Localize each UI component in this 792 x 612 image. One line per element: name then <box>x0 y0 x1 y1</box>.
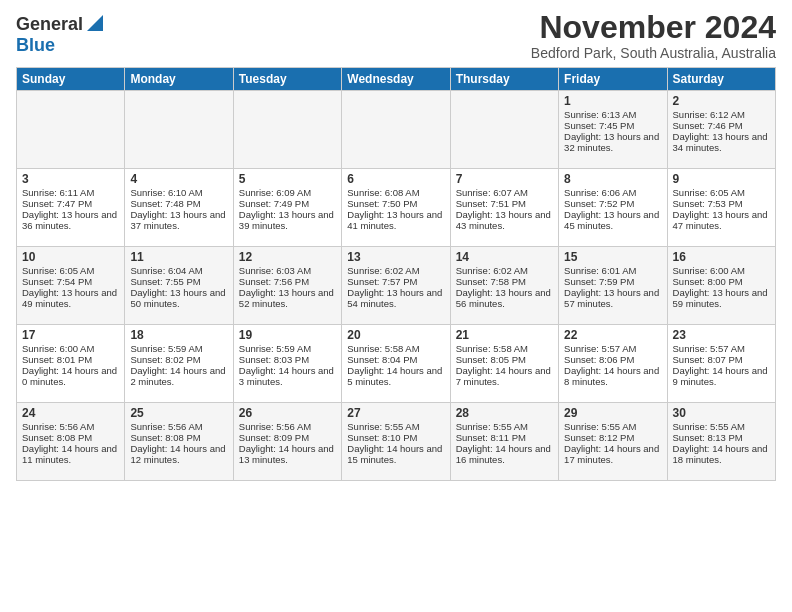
calendar-cell: 6Sunrise: 6:08 AMSunset: 7:50 PMDaylight… <box>342 169 450 247</box>
day-info: Daylight: 13 hours and 39 minutes. <box>239 209 336 231</box>
calendar-header-wednesday: Wednesday <box>342 68 450 91</box>
day-info: Sunrise: 5:58 AM <box>347 343 444 354</box>
day-number: 19 <box>239 328 336 342</box>
day-number: 4 <box>130 172 227 186</box>
calendar-header-row: SundayMondayTuesdayWednesdayThursdayFrid… <box>17 68 776 91</box>
day-number: 25 <box>130 406 227 420</box>
day-info: Sunrise: 6:13 AM <box>564 109 661 120</box>
day-number: 9 <box>673 172 770 186</box>
day-info: Sunset: 7:56 PM <box>239 276 336 287</box>
calendar-cell: 8Sunrise: 6:06 AMSunset: 7:52 PMDaylight… <box>559 169 667 247</box>
day-number: 11 <box>130 250 227 264</box>
day-number: 30 <box>673 406 770 420</box>
calendar-header-monday: Monday <box>125 68 233 91</box>
calendar-cell: 20Sunrise: 5:58 AMSunset: 8:04 PMDayligh… <box>342 325 450 403</box>
calendar-cell: 25Sunrise: 5:56 AMSunset: 8:08 PMDayligh… <box>125 403 233 481</box>
day-info: Sunset: 7:47 PM <box>22 198 119 209</box>
calendar-cell: 22Sunrise: 5:57 AMSunset: 8:06 PMDayligh… <box>559 325 667 403</box>
page-title: November 2024 <box>531 10 776 45</box>
calendar-header-saturday: Saturday <box>667 68 775 91</box>
calendar-week-5: 24Sunrise: 5:56 AMSunset: 8:08 PMDayligh… <box>17 403 776 481</box>
day-info: Sunset: 8:03 PM <box>239 354 336 365</box>
calendar-cell: 7Sunrise: 6:07 AMSunset: 7:51 PMDaylight… <box>450 169 558 247</box>
day-number: 10 <box>22 250 119 264</box>
day-info: Sunset: 7:46 PM <box>673 120 770 131</box>
calendar-week-1: 1Sunrise: 6:13 AMSunset: 7:45 PMDaylight… <box>17 91 776 169</box>
day-info: Daylight: 13 hours and 43 minutes. <box>456 209 553 231</box>
day-info: Daylight: 14 hours and 2 minutes. <box>130 365 227 387</box>
logo-blue: Blue <box>16 35 55 56</box>
day-info: Daylight: 14 hours and 8 minutes. <box>564 365 661 387</box>
day-info: Sunset: 7:51 PM <box>456 198 553 209</box>
day-info: Sunrise: 6:09 AM <box>239 187 336 198</box>
day-number: 20 <box>347 328 444 342</box>
day-number: 12 <box>239 250 336 264</box>
day-info: Daylight: 14 hours and 13 minutes. <box>239 443 336 465</box>
day-info: Sunrise: 5:58 AM <box>456 343 553 354</box>
logo-triangle-icon <box>85 13 105 33</box>
day-info: Sunset: 7:55 PM <box>130 276 227 287</box>
day-info: Sunset: 8:06 PM <box>564 354 661 365</box>
day-info: Sunrise: 5:57 AM <box>673 343 770 354</box>
day-info: Sunrise: 6:07 AM <box>456 187 553 198</box>
day-info: Sunrise: 6:11 AM <box>22 187 119 198</box>
day-number: 14 <box>456 250 553 264</box>
day-info: Sunrise: 6:02 AM <box>347 265 444 276</box>
day-info: Daylight: 14 hours and 16 minutes. <box>456 443 553 465</box>
day-number: 21 <box>456 328 553 342</box>
day-number: 27 <box>347 406 444 420</box>
day-info: Daylight: 13 hours and 34 minutes. <box>673 131 770 153</box>
day-info: Sunset: 7:59 PM <box>564 276 661 287</box>
day-info: Sunset: 7:58 PM <box>456 276 553 287</box>
day-info: Daylight: 14 hours and 7 minutes. <box>456 365 553 387</box>
day-number: 16 <box>673 250 770 264</box>
day-info: Daylight: 14 hours and 0 minutes. <box>22 365 119 387</box>
day-info: Sunrise: 6:12 AM <box>673 109 770 120</box>
day-info: Sunset: 7:48 PM <box>130 198 227 209</box>
day-number: 29 <box>564 406 661 420</box>
header: General Blue November 2024 Bedford Park,… <box>16 10 776 61</box>
calendar-cell: 23Sunrise: 5:57 AMSunset: 8:07 PMDayligh… <box>667 325 775 403</box>
day-number: 3 <box>22 172 119 186</box>
title-block: November 2024 Bedford Park, South Austra… <box>531 10 776 61</box>
calendar-cell: 24Sunrise: 5:56 AMSunset: 8:08 PMDayligh… <box>17 403 125 481</box>
day-info: Sunset: 8:08 PM <box>22 432 119 443</box>
calendar-cell: 27Sunrise: 5:55 AMSunset: 8:10 PMDayligh… <box>342 403 450 481</box>
calendar-cell: 17Sunrise: 6:00 AMSunset: 8:01 PMDayligh… <box>17 325 125 403</box>
day-info: Sunset: 7:45 PM <box>564 120 661 131</box>
day-info: Sunset: 7:52 PM <box>564 198 661 209</box>
day-info: Daylight: 14 hours and 9 minutes. <box>673 365 770 387</box>
calendar-header-tuesday: Tuesday <box>233 68 341 91</box>
day-info: Daylight: 13 hours and 36 minutes. <box>22 209 119 231</box>
day-info: Daylight: 13 hours and 54 minutes. <box>347 287 444 309</box>
calendar-cell <box>233 91 341 169</box>
calendar-cell: 28Sunrise: 5:55 AMSunset: 8:11 PMDayligh… <box>450 403 558 481</box>
day-info: Sunrise: 6:05 AM <box>673 187 770 198</box>
day-info: Daylight: 13 hours and 32 minutes. <box>564 131 661 153</box>
day-info: Daylight: 14 hours and 18 minutes. <box>673 443 770 465</box>
day-info: Sunset: 8:00 PM <box>673 276 770 287</box>
calendar-cell: 2Sunrise: 6:12 AMSunset: 7:46 PMDaylight… <box>667 91 775 169</box>
calendar-cell: 13Sunrise: 6:02 AMSunset: 7:57 PMDayligh… <box>342 247 450 325</box>
day-number: 26 <box>239 406 336 420</box>
calendar-cell <box>450 91 558 169</box>
day-number: 13 <box>347 250 444 264</box>
day-number: 18 <box>130 328 227 342</box>
calendar-cell: 21Sunrise: 5:58 AMSunset: 8:05 PMDayligh… <box>450 325 558 403</box>
day-info: Sunrise: 5:55 AM <box>564 421 661 432</box>
calendar-cell <box>342 91 450 169</box>
day-number: 24 <box>22 406 119 420</box>
day-info: Daylight: 14 hours and 3 minutes. <box>239 365 336 387</box>
calendar-header-sunday: Sunday <box>17 68 125 91</box>
calendar-week-4: 17Sunrise: 6:00 AMSunset: 8:01 PMDayligh… <box>17 325 776 403</box>
day-info: Daylight: 14 hours and 5 minutes. <box>347 365 444 387</box>
calendar-header-friday: Friday <box>559 68 667 91</box>
day-info: Sunset: 8:13 PM <box>673 432 770 443</box>
day-info: Sunrise: 5:59 AM <box>130 343 227 354</box>
day-info: Daylight: 13 hours and 56 minutes. <box>456 287 553 309</box>
day-info: Sunrise: 6:01 AM <box>564 265 661 276</box>
day-info: Sunrise: 6:00 AM <box>673 265 770 276</box>
day-info: Sunrise: 5:55 AM <box>347 421 444 432</box>
day-info: Sunset: 8:05 PM <box>456 354 553 365</box>
day-number: 22 <box>564 328 661 342</box>
